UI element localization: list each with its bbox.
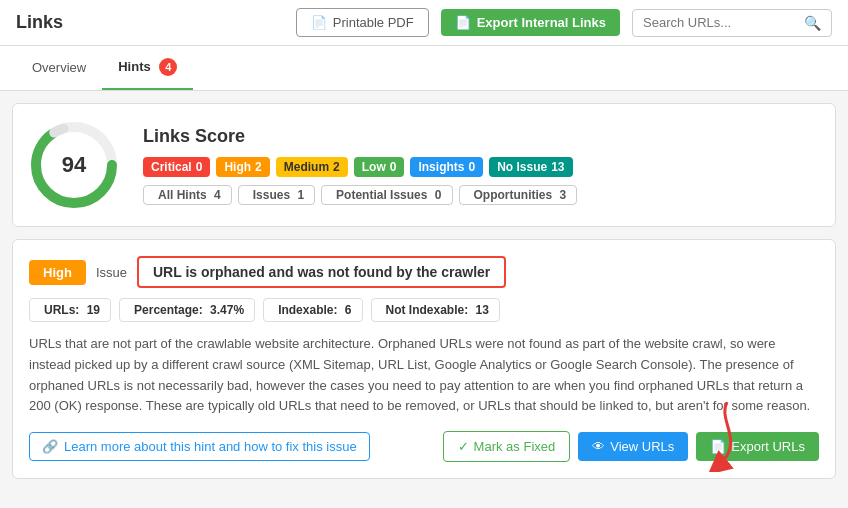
filter-opportunities[interactable]: Opportunities 3: [459, 185, 578, 205]
badge-low[interactable]: Low 0: [354, 157, 405, 177]
printable-pdf-button[interactable]: 📄 Printable PDF: [296, 8, 429, 37]
stat-percentage: Percentage: 3.47%: [119, 298, 255, 322]
filter-all-hints[interactable]: All Hints 4: [143, 185, 232, 205]
search-box: 🔍: [632, 9, 832, 37]
issue-description: URLs that are not part of the crawlable …: [29, 334, 819, 417]
score-donut: 94: [29, 120, 119, 210]
score-value: 94: [62, 152, 86, 178]
action-buttons: ✓ Mark as Fixed 👁 View URLs 📄 Export URL…: [443, 431, 819, 462]
filter-tags: All Hints 4 Issues 1 Potential Issues 0 …: [143, 185, 819, 205]
score-content: Links Score Critical 0 High 2 Medium 2 L…: [143, 126, 819, 205]
filter-issues[interactable]: Issues 1: [238, 185, 315, 205]
score-title: Links Score: [143, 126, 819, 147]
hints-badge: 4: [159, 58, 177, 76]
tab-hints[interactable]: Hints 4: [102, 46, 193, 90]
check-icon: ✓: [458, 439, 469, 454]
score-card: 94 Links Score Critical 0 High 2 Medium …: [12, 103, 836, 227]
search-icon: 🔍: [804, 15, 821, 31]
score-badges: Critical 0 High 2 Medium 2 Low 0 Insight…: [143, 157, 819, 177]
issue-card: High Issue URL is orphaned and was not f…: [12, 239, 836, 479]
issue-title: URL is orphaned and was not found by the…: [137, 256, 506, 288]
export-urls-button[interactable]: 📄 Export URLs: [696, 432, 819, 461]
issue-type-label: Issue: [96, 265, 127, 280]
export-icon: 📄: [455, 15, 471, 30]
filter-potential-issues[interactable]: Potential Issues 0: [321, 185, 452, 205]
badge-insights[interactable]: Insights 0: [410, 157, 483, 177]
export-urls-icon: 📄: [710, 439, 726, 454]
stat-urls: URLs: 19: [29, 298, 111, 322]
issue-footer: 🔗 Learn more about this hint and how to …: [29, 431, 819, 462]
search-input[interactable]: [643, 15, 804, 30]
tab-overview[interactable]: Overview: [16, 48, 102, 89]
badge-noissue[interactable]: No Issue 13: [489, 157, 572, 177]
issue-severity-badge: High: [29, 260, 86, 285]
view-urls-button[interactable]: 👁 View URLs: [578, 432, 688, 461]
stat-indexable: Indexable: 6: [263, 298, 362, 322]
external-link-icon: 🔗: [42, 439, 58, 454]
learn-more-link[interactable]: 🔗 Learn more about this hint and how to …: [29, 432, 370, 461]
issue-header: High Issue URL is orphaned and was not f…: [29, 256, 819, 288]
export-internal-links-button[interactable]: 📄 Export Internal Links: [441, 9, 620, 36]
page-title: Links: [16, 12, 63, 33]
badge-high[interactable]: High 2: [216, 157, 269, 177]
eye-icon: 👁: [592, 439, 605, 454]
badge-medium[interactable]: Medium 2: [276, 157, 348, 177]
issue-stats: URLs: 19 Percentage: 3.47% Indexable: 6 …: [29, 298, 819, 322]
pdf-icon: 📄: [311, 15, 327, 30]
mark-as-fixed-button[interactable]: ✓ Mark as Fixed: [443, 431, 571, 462]
stat-not-indexable: Not Indexable: 13: [371, 298, 500, 322]
badge-critical[interactable]: Critical 0: [143, 157, 210, 177]
tabs-bar: Overview Hints 4: [0, 46, 848, 91]
page-header: Links 📄 Printable PDF 📄 Export Internal …: [0, 0, 848, 46]
